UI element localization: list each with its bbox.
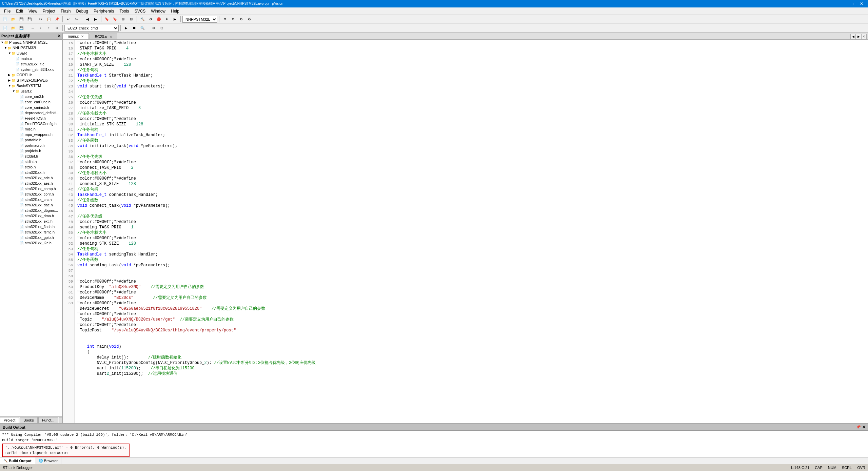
tree-item-13[interactable]: 📄deprecated_definiti... <box>0 110 62 116</box>
tree-item-17[interactable]: 📄mpu_wrappers.h <box>0 132 62 137</box>
tree-item-35[interactable]: 📄stm32l1xx_fsmc.h <box>0 229 62 235</box>
tree-item-25[interactable]: 📄stm32l1xx_adc.h <box>0 175 62 181</box>
debug-start-btn[interactable]: ▶ <box>171 16 179 23</box>
tree-item-16[interactable]: 📄misc.h <box>0 126 62 132</box>
save-all-btn[interactable]: 💾 <box>26 16 33 23</box>
tree-item-8[interactable]: ▼📁BasicSYSTEM <box>0 83 62 88</box>
save2-btn[interactable]: 💾 <box>18 25 25 32</box>
menu-file[interactable]: File <box>1 7 13 15</box>
tree-item-7[interactable]: ▶📁STM32F10xFWLib <box>0 78 62 83</box>
config1-btn[interactable]: ⚙ <box>221 16 229 23</box>
undo-btn[interactable]: ↩ <box>64 16 72 23</box>
tree-item-15[interactable]: 📄FreeRTOSConfig.h <box>0 121 62 126</box>
tree-item-11[interactable]: 📄core_cmFunc.h <box>0 99 62 105</box>
indent-btn[interactable]: ⊟ <box>127 16 135 23</box>
tree-item-21[interactable]: 📄stddef.h <box>0 153 62 159</box>
tab-books[interactable]: Books <box>20 417 38 423</box>
step-over-btn[interactable]: → <box>29 25 36 32</box>
menu-project[interactable]: Project <box>40 7 58 15</box>
copy-btn[interactable]: 📋 <box>45 16 53 23</box>
tree-item-30[interactable]: 📄stm32l1xx_dac.h <box>0 202 62 208</box>
run-cmd-btn[interactable]: ▶ <box>122 25 130 32</box>
step-into-btn[interactable]: ↓ <box>37 25 44 32</box>
tree-item-1[interactable]: ▼📁NNHPSTM32L <box>0 45 62 50</box>
redo-btn[interactable]: ↪ <box>73 16 80 23</box>
tree-item-26[interactable]: 📄stm32l1xx_aes.h <box>0 181 62 186</box>
download-btn[interactable]: ⬇ <box>163 16 171 23</box>
editor-nav-left[interactable]: ◀ <box>850 34 856 39</box>
tab-bc20-c[interactable]: BC20.c ✕ <box>90 34 117 39</box>
tree-item-33[interactable]: 📄stm32l1xx_exti.h <box>0 219 62 224</box>
tree-item-36[interactable]: 📄stm32l1xx_gpio.h <box>0 235 62 240</box>
menu-svcs[interactable]: SVCS <box>132 7 149 15</box>
tree-item-2[interactable]: ▼📁USER <box>0 50 62 56</box>
editor-nav-right[interactable]: ▶ <box>856 34 861 39</box>
tree-item-19[interactable]: 📄portmacro.h <box>0 143 62 148</box>
tab-build-output[interactable]: 🔨 Build Output <box>0 457 35 464</box>
menu-edit[interactable]: Edit <box>13 7 26 15</box>
menu-view[interactable]: View <box>26 7 40 15</box>
paste-btn[interactable]: 📌 <box>53 16 61 23</box>
tree-item-9[interactable]: ▼📁usart.c <box>0 88 62 94</box>
goto-btn[interactable]: ⊞ <box>119 16 127 23</box>
tree-item-32[interactable]: 📄stm32l1xx_dma.h <box>0 213 62 219</box>
save-btn[interactable]: 💾 <box>18 16 25 23</box>
bookmark2-btn[interactable]: 🔖 <box>111 16 119 23</box>
tree-item-34[interactable]: 📄stm32l1xx_flash.h <box>0 224 62 229</box>
tree-item-23[interactable]: 📄stdio.h <box>0 164 62 170</box>
tab-templates[interactable]: Temp... <box>59 417 63 423</box>
tree-item-22[interactable]: 📄stdint.h <box>0 159 62 164</box>
zoom-btn[interactable]: 🔍 <box>139 25 146 32</box>
tree-item-14[interactable]: 📄FreeRTOS.h <box>0 116 62 121</box>
config2-btn[interactable]: ⚙ <box>229 16 237 23</box>
menu-help[interactable]: Help <box>168 7 182 15</box>
tree-item-12[interactable]: 📄core_cminstr.h <box>0 105 62 110</box>
config4-btn[interactable]: ⚙ <box>245 16 253 23</box>
tree-item-10[interactable]: 📄core_cm3.h <box>0 94 62 99</box>
project-panel-close[interactable]: ✕ <box>58 34 61 38</box>
cut-btn[interactable]: ✂ <box>37 16 44 23</box>
ext2-btn[interactable]: ⊡ <box>158 25 165 32</box>
title-controls[interactable]: — □ ✕ <box>838 1 866 7</box>
stop-cmd-btn[interactable]: ⏹ <box>131 25 138 32</box>
tab-browser[interactable]: 🌐 Browser <box>35 457 61 464</box>
tree-item-18[interactable]: 📄portable.h <box>0 137 62 143</box>
tree-item-28[interactable]: 📄stm32l1xx_conf.h <box>0 191 62 197</box>
target-dropdown[interactable]: NNHPSTM32L <box>182 16 217 23</box>
tab-main-c[interactable]: main.c ✕ <box>63 33 89 39</box>
tab-functions[interactable]: Funct... <box>38 417 58 423</box>
tab-project[interactable]: Project <box>0 417 19 423</box>
rebuild-btn[interactable]: ⚙ <box>147 16 154 23</box>
tree-item-20[interactable]: 📄projdefs.h <box>0 148 62 153</box>
menu-window[interactable]: Window <box>148 7 168 15</box>
nav-fwd-btn[interactable]: ▶ <box>92 16 99 23</box>
code-content[interactable]: "color:#0000ff;">#define START_TASK_PRIO… <box>75 40 868 423</box>
panel-pin[interactable]: 📌 <box>856 425 861 429</box>
menu-peripherals[interactable]: Peripherals <box>91 7 117 15</box>
new2-btn[interactable]: 📄 <box>1 25 9 32</box>
tree-item-5[interactable]: 📄system_stm32l1xx.c <box>0 67 62 72</box>
new-file-btn[interactable]: 📄 <box>1 16 9 23</box>
tab-main-c-close[interactable]: ✕ <box>81 35 84 38</box>
tree-item-27[interactable]: 📄stm32l1xx_comp.h <box>0 186 62 191</box>
run-to-btn[interactable]: ⇒ <box>53 25 61 32</box>
config3-btn[interactable]: ⚙ <box>237 16 245 23</box>
tab-bc20-c-close[interactable]: ✕ <box>110 35 112 39</box>
menu-debug[interactable]: Debug <box>74 7 91 15</box>
build-btn[interactable]: 🔨 <box>139 16 146 23</box>
tree-item-29[interactable]: 📄stm32l1xx_crc.h <box>0 197 62 202</box>
tree-item-6[interactable]: ▶📁CORELib <box>0 72 62 78</box>
maximize-button[interactable]: □ <box>848 1 856 7</box>
tree-item-24[interactable]: 📄stm32l1xx.h <box>0 170 62 175</box>
open2-btn[interactable]: 📂 <box>9 25 17 32</box>
menu-flash[interactable]: Flash <box>58 7 73 15</box>
minimize-button[interactable]: — <box>838 1 847 7</box>
stop-btn[interactable]: 🔴 <box>155 16 162 23</box>
editor-close-all[interactable]: ✕ <box>861 34 867 39</box>
menu-tools[interactable]: Tools <box>117 7 132 15</box>
tree-item-3[interactable]: 📄main.c <box>0 56 62 61</box>
tree-item-4[interactable]: 📄stm32l1xx_it.c <box>0 61 62 67</box>
panel-close[interactable]: ✕ <box>862 425 865 429</box>
open-btn[interactable]: 📂 <box>9 16 17 23</box>
code-editor[interactable]: 1516171819202122232425262728293031323334… <box>63 40 868 423</box>
